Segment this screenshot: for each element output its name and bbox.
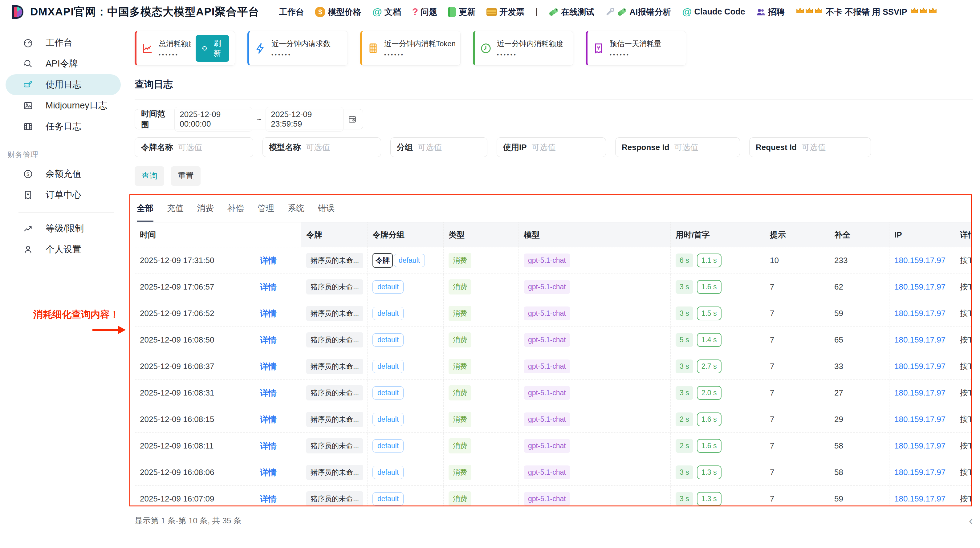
- table-row: 2025-12-09 16:08:50详情猪序员的未命...default消费g…: [135, 327, 971, 353]
- nav-updates[interactable]: 更新: [448, 6, 476, 17]
- group-chip: default: [372, 360, 404, 373]
- cell-ip[interactable]: 180.159.17.97: [889, 406, 955, 432]
- tab-error[interactable]: 错误: [318, 203, 334, 222]
- cell-ip[interactable]: 180.159.17.97: [889, 459, 955, 486]
- group-filter[interactable]: 分组 可选值: [390, 137, 487, 157]
- cell-detail-link[interactable]: 详情: [255, 327, 301, 353]
- sidebar-divider: [19, 212, 114, 213]
- cell-detail-link[interactable]: 详情: [255, 459, 301, 486]
- nav-ai-error-analysis[interactable]: AI报错分析: [605, 6, 671, 17]
- time-from-input[interactable]: 2025-12-09 00:00:00: [174, 107, 252, 132]
- cell-detail-link[interactable]: 详情: [255, 433, 301, 459]
- cell-detail-link[interactable]: 详情: [255, 300, 301, 327]
- cell-detail-link[interactable]: 详情: [255, 486, 301, 507]
- sidebar-item-api-tokens[interactable]: API令牌: [6, 53, 121, 74]
- model-name-filter[interactable]: 模型名称 可选值: [262, 137, 381, 157]
- cell-detail-link[interactable]: 详情: [255, 274, 301, 300]
- clock-icon: [480, 42, 492, 54]
- cell-duration: 2 s1.6 s: [671, 433, 765, 459]
- cell-ip[interactable]: 180.159.17.97: [889, 380, 955, 406]
- filter-placeholder: 可选值: [306, 142, 330, 153]
- nav-workbench[interactable]: 工作台: [279, 6, 304, 17]
- first-token-tag: 1.5 s: [697, 307, 722, 320]
- cell-ip[interactable]: 180.159.17.97: [889, 247, 955, 273]
- footer-divider: [0, 547, 980, 547]
- tab-topup[interactable]: 充值: [167, 203, 184, 222]
- cell-token-group: default: [368, 327, 444, 353]
- nav-hiring[interactable]: 招聘: [756, 6, 784, 17]
- site-title: DMXAPI官网：中国多模态大模型API聚合平台: [30, 5, 259, 19]
- cell-time: 2025-12-09 16:08:11: [135, 433, 255, 459]
- filter-label: Request Id: [756, 143, 797, 152]
- sidebar-item-usage-logs[interactable]: 使用日志: [6, 74, 121, 95]
- prev-page-chevron[interactable]: ‹: [969, 515, 973, 527]
- log-edit-icon: [23, 79, 33, 90]
- cell-ip[interactable]: 180.159.17.97: [889, 327, 955, 353]
- cell-ip[interactable]: 180.159.17.97: [889, 486, 955, 507]
- nav-invoice[interactable]: 开发票: [487, 6, 524, 17]
- cell-detail-link[interactable]: 详情: [255, 247, 301, 273]
- tab-admin[interactable]: 管理: [258, 203, 274, 222]
- sidebar-item-personal-settings[interactable]: 个人设置: [6, 239, 121, 260]
- response-id-filter[interactable]: Response Id 可选值: [615, 137, 740, 157]
- sidebar-item-task-logs[interactable]: 任务日志: [6, 116, 121, 137]
- annotation-text: 消耗细化查询内容！: [33, 308, 119, 321]
- nav-docs[interactable]: @文档: [372, 6, 401, 17]
- tab-consume[interactable]: 消费: [197, 203, 214, 222]
- cell-ip[interactable]: 180.159.17.97: [889, 274, 955, 300]
- request-id-filter[interactable]: Request Id 可选值: [749, 137, 871, 157]
- col-type: 类型: [444, 222, 519, 247]
- tab-system[interactable]: 系统: [288, 203, 304, 222]
- stat-title: 近一分钟内请求数: [271, 39, 331, 49]
- cell-token: 猪序员的未命...: [301, 459, 368, 486]
- cell-ip[interactable]: 180.159.17.97: [889, 433, 955, 459]
- cell-model: gpt-5.1-chat: [519, 353, 671, 380]
- token-name-filter[interactable]: 令牌名称 可选值: [135, 137, 253, 157]
- sidebar-item-order-center[interactable]: ¥ 订单中心: [6, 184, 121, 205]
- nav-ssvip[interactable]: 不卡 不报错 用 SSVIP: [795, 6, 937, 17]
- calendar-icon[interactable]: [348, 114, 357, 124]
- table-row: 2025-12-09 17:06:52详情猪序员的未命...default消费g…: [135, 300, 971, 327]
- cell-ip[interactable]: 180.159.17.97: [889, 353, 955, 380]
- type-tag: 消费: [449, 438, 471, 453]
- reset-button[interactable]: 重置: [171, 166, 200, 186]
- refresh-button[interactable]: 刷新: [196, 35, 229, 62]
- cell-token: 猪序员的未命...: [301, 300, 368, 327]
- sidebar-item-balance-topup[interactable]: $ 余额充值: [6, 164, 121, 184]
- model-tag: gpt-5.1-chat: [524, 307, 570, 320]
- ip-filter[interactable]: 使用IP 可选值: [496, 137, 606, 157]
- table-row: 2025-12-09 16:07:09详情猪序员的未命...default消费g…: [135, 486, 971, 507]
- sidebar-item-tier-limits[interactable]: 等级/限制: [6, 218, 121, 239]
- duration-tag: 5 s: [676, 333, 693, 347]
- type-tag: 消费: [449, 306, 471, 321]
- token-chip: 猪序员的未命...: [306, 306, 363, 321]
- cell-detail-link[interactable]: 详情: [255, 353, 301, 380]
- nav-model-price[interactable]: $模型价格: [315, 6, 361, 17]
- tab-compensation[interactable]: 补偿: [228, 203, 244, 222]
- cell-detail-text: 按Token计: [955, 274, 972, 300]
- nav-claude-code[interactable]: @Claude Code: [682, 6, 745, 17]
- time-to-input[interactable]: 2025-12-09 23:59:59: [266, 107, 344, 132]
- cell-detail-text: 按Token计: [955, 247, 972, 273]
- sidebar-item-midjourney-logs[interactable]: Midjourney日志: [6, 95, 121, 116]
- cell-detail-text: 按Token计: [955, 459, 972, 486]
- sidebar-item-label: 任务日志: [46, 121, 81, 133]
- group-chip: default: [372, 413, 404, 426]
- search-button[interactable]: 查询: [135, 166, 164, 186]
- filter-placeholder: 可选值: [418, 142, 442, 153]
- svg-text:$: $: [27, 171, 30, 177]
- nav-online-test[interactable]: 在线测试: [549, 6, 594, 17]
- finance-section-label: 财务管理: [0, 150, 126, 160]
- cell-detail-text: 按Token计: [955, 300, 972, 327]
- sidebar-item-workbench[interactable]: 工作台: [6, 32, 121, 53]
- cell-detail-link[interactable]: 详情: [255, 380, 301, 406]
- cell-ip[interactable]: 180.159.17.97: [889, 300, 955, 327]
- cell-prompt: 7: [765, 486, 829, 507]
- cell-time: 2025-12-09 16:08:50: [135, 327, 255, 353]
- cell-detail-link[interactable]: 详情: [255, 406, 301, 432]
- tab-all[interactable]: 全部: [137, 203, 153, 222]
- nav-questions[interactable]: ?问题: [412, 6, 438, 17]
- cell-detail-text: 按Token计: [955, 353, 972, 380]
- svg-text:¥: ¥: [597, 45, 600, 51]
- duration-tag: 3 s: [676, 465, 693, 479]
